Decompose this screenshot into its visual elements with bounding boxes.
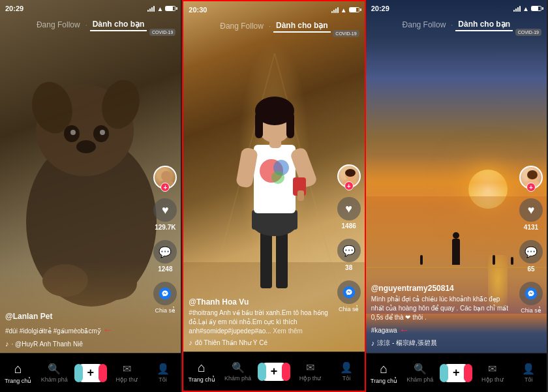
svg-point-13 bbox=[159, 288, 171, 299]
tab-following-1[interactable]: Đang Follow bbox=[34, 19, 83, 31]
see-more-2[interactable]: Xem thêm bbox=[273, 327, 303, 335]
add-plus-2: + bbox=[271, 365, 278, 378]
nav-explore-3[interactable]: 🔍 Khám phá bbox=[402, 363, 438, 383]
svg-point-11 bbox=[161, 171, 172, 181]
share-action-2[interactable]: Chia sẻ bbox=[337, 280, 361, 312]
nav-home-3[interactable]: ⌂ Trang chủ bbox=[366, 361, 402, 384]
status-bar-2: 20:30 ▲ bbox=[183, 1, 364, 16]
svg-rect-30 bbox=[255, 112, 263, 138]
music-note-2: ♪ bbox=[189, 339, 192, 346]
share-label-2: Chia sẻ bbox=[339, 306, 359, 312]
tab-following-3[interactable]: Đang Follow bbox=[400, 19, 449, 31]
comment-count-3: 65 bbox=[527, 265, 534, 273]
time-2: 20:30 bbox=[189, 6, 207, 14]
comment-count-2: 38 bbox=[345, 264, 352, 271]
creator-avatar-2[interactable]: + bbox=[337, 164, 361, 188]
music-note-3: ♪ bbox=[371, 339, 375, 347]
covid-badge-2: COVID-19 bbox=[333, 30, 359, 37]
covid-text-2: COVID-19 bbox=[335, 31, 356, 36]
share-action-3[interactable]: Chia sẻ bbox=[519, 282, 543, 314]
nav-inbox-3[interactable]: ✉ Hộp thư bbox=[474, 363, 510, 383]
comment-icon-3: 💬 bbox=[519, 240, 543, 264]
nav-inbox-2[interactable]: ✉ Hộp thư bbox=[292, 361, 328, 382]
heart-icon-2: ♥ bbox=[337, 197, 361, 220]
nav-explore-label-1: Khám phá bbox=[41, 376, 68, 383]
status-bar-1: 20:29 ▲ bbox=[0, 0, 181, 14]
heart-icon-3: ♥ bbox=[519, 198, 543, 222]
nav-explore-label-3: Khám phá bbox=[406, 376, 433, 383]
red-arrow-3: ← bbox=[399, 324, 410, 336]
creator-avatar-1[interactable]: + bbox=[153, 166, 177, 189]
svg-rect-40 bbox=[527, 170, 538, 179]
heart-icon-1: ♥ bbox=[153, 198, 177, 222]
music-text-3: 涼涼 - 楊宗緯,張碧晨 bbox=[377, 339, 437, 348]
panel-sunset: 20:29 ▲ Đang Follow · Dành cho bạn COVID… bbox=[366, 0, 548, 392]
nav-inbox-1[interactable]: ✉ Hộp thư bbox=[108, 363, 144, 383]
like-action-1[interactable]: ♥ 129.7K bbox=[153, 198, 177, 231]
status-bar-3: 20:29 ▲ bbox=[366, 0, 547, 14]
follow-plus-badge-1[interactable]: + bbox=[160, 183, 170, 192]
status-icons-3: ▲ bbox=[513, 5, 541, 12]
bottom-info-3: @nguyentramy250814 Mình phải đợi cả chiề… bbox=[371, 284, 513, 348]
nav-profile-3[interactable]: 👤 Tôi bbox=[511, 363, 547, 383]
top-nav-1: Đang Follow · Dành cho bạn COVID-19 bbox=[0, 14, 181, 35]
tab-foryou-3[interactable]: Dành cho bạn bbox=[455, 18, 513, 31]
battery-icon-2 bbox=[349, 7, 359, 12]
search-icon-2: 🔍 bbox=[232, 361, 245, 374]
panel-woman: 20:30 ▲ Đang Follow · Dành cho bạn COVID… bbox=[182, 0, 365, 392]
share-action-1[interactable]: Chia sẻ bbox=[153, 282, 177, 314]
nav-profile-2[interactable]: 👤 Tôi bbox=[328, 361, 364, 382]
nav-inbox-label-2: Hộp thư bbox=[299, 375, 322, 382]
add-button-3[interactable]: + bbox=[443, 364, 469, 382]
covid-text-1: COVID-19 bbox=[152, 30, 173, 35]
inbox-icon-2: ✉ bbox=[306, 361, 314, 374]
tab-following-2[interactable]: Đang Follow bbox=[217, 20, 266, 32]
top-nav-3: Đang Follow · Dành cho bạn COVID-19 bbox=[366, 14, 547, 35]
hashtag-3: #kagawa ← bbox=[371, 324, 513, 336]
username-3[interactable]: @nguyentramy250814 bbox=[371, 284, 513, 293]
inbox-icon-3: ✉ bbox=[488, 363, 496, 375]
comment-action-3[interactable]: 💬 65 bbox=[519, 240, 543, 273]
nav-home-1[interactable]: ⌂ Trang chủ bbox=[0, 361, 36, 384]
svg-point-37 bbox=[342, 286, 354, 298]
profile-icon-3: 👤 bbox=[522, 363, 535, 375]
nav-home-label-1: Trang chủ bbox=[5, 378, 31, 384]
comment-action-1[interactable]: 💬 1248 bbox=[153, 240, 177, 273]
svg-rect-31 bbox=[286, 112, 294, 138]
nav-add-3[interactable]: + bbox=[438, 364, 474, 382]
add-button-1[interactable]: + bbox=[78, 364, 104, 382]
search-icon-3: 🔍 bbox=[414, 363, 427, 375]
music-note-1: ♪ bbox=[5, 340, 9, 348]
covid-text-3: COVID-19 bbox=[518, 30, 539, 35]
comment-icon-2: 💬 bbox=[337, 239, 361, 262]
messenger-icon-3 bbox=[519, 282, 543, 305]
nav-profile-1[interactable]: 👤 Tôi bbox=[145, 363, 181, 383]
nav-home-label-2: Trang chủ bbox=[188, 376, 215, 383]
nav-explore-2[interactable]: 🔍 Khám phá bbox=[220, 361, 256, 382]
home-icon-3: ⌂ bbox=[380, 361, 388, 376]
comment-action-2[interactable]: 💬 38 bbox=[337, 239, 361, 271]
time-3: 20:29 bbox=[371, 5, 389, 12]
nav-home-label-3: Trang chủ bbox=[371, 378, 397, 384]
nav-explore-1[interactable]: 🔍 Khám phá bbox=[36, 363, 72, 383]
like-action-3[interactable]: ♥ 4131 bbox=[519, 198, 543, 231]
nav-profile-label-2: Tôi bbox=[342, 375, 351, 382]
battery-icon-1 bbox=[165, 6, 175, 11]
panel-dog: 20:29 ▲ Đang Follow · Dành cho bạn COVID… bbox=[0, 0, 182, 392]
add-button-2[interactable]: + bbox=[261, 363, 287, 381]
nav-explore-label-2: Khám phá bbox=[224, 375, 251, 382]
tab-foryou-2[interactable]: Dành cho bạn bbox=[273, 20, 331, 33]
nav-add-2[interactable]: + bbox=[256, 363, 292, 381]
tab-foryou-1[interactable]: Dành cho bạn bbox=[90, 18, 147, 31]
profile-icon-2: 👤 bbox=[340, 361, 353, 374]
follow-plus-badge-3[interactable]: + bbox=[526, 183, 536, 192]
follow-plus-badge-2[interactable]: + bbox=[344, 181, 354, 190]
right-sidebar-1: + ♥ 129.7K 💬 1248 Chia sẻ bbox=[153, 166, 177, 314]
creator-avatar-3[interactable]: + bbox=[519, 166, 543, 189]
nav-home-2[interactable]: ⌂ Trang chủ bbox=[183, 360, 219, 383]
nav-add-1[interactable]: + bbox=[72, 364, 108, 382]
username-1[interactable]: @Lanlan Pet bbox=[5, 312, 147, 321]
covid-badge-3: COVID-19 bbox=[515, 29, 541, 36]
like-action-2[interactable]: ♥ 1486 bbox=[337, 197, 361, 230]
username-2[interactable]: @Thanh Hoa Vu bbox=[189, 297, 330, 307]
